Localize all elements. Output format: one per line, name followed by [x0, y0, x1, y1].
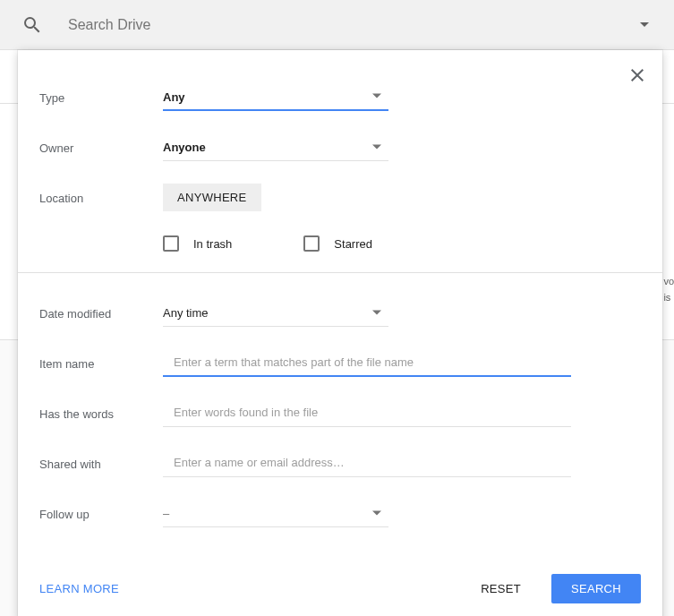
search-bar — [0, 0, 674, 50]
shared-with-label: Shared with — [39, 456, 163, 471]
type-select[interactable]: Any — [163, 83, 388, 111]
search-input[interactable] — [68, 17, 640, 33]
owner-value: Anyone — [163, 141, 206, 154]
in-trash-checkbox[interactable]: In trash — [163, 235, 232, 252]
starred-checkbox[interactable]: Starred — [303, 235, 372, 252]
follow-up-label: Follow up — [39, 506, 163, 521]
modal-footer: LEARN MORE RESET SEARCH — [18, 560, 662, 616]
follow-up-select[interactable]: – — [163, 500, 388, 527]
chevron-down-icon — [372, 310, 381, 314]
has-words-label: Has the words — [39, 406, 163, 421]
has-words-input[interactable] — [163, 404, 571, 421]
item-name-input[interactable] — [163, 354, 571, 371]
type-label: Type — [39, 90, 163, 105]
chevron-down-icon — [372, 510, 381, 515]
type-value: Any — [163, 90, 185, 104]
advanced-search-modal: Type Any Owner Anyone Location ANYWHERE — [18, 50, 662, 616]
checkbox-icon — [163, 235, 179, 252]
search-button[interactable]: SEARCH — [551, 574, 641, 603]
close-icon[interactable] — [627, 64, 648, 86]
divider — [18, 272, 662, 273]
starred-label: Starred — [334, 237, 372, 251]
owner-select[interactable]: Anyone — [163, 133, 388, 161]
owner-label: Owner — [39, 140, 163, 155]
reset-button[interactable]: RESET — [461, 574, 541, 603]
item-name-label: Item name — [39, 355, 163, 371]
location-chip[interactable]: ANYWHERE — [163, 184, 261, 211]
learn-more-link[interactable]: LEARN MORE — [39, 582, 119, 595]
follow-up-value: – — [163, 507, 169, 520]
shared-with-input[interactable] — [163, 454, 571, 471]
in-trash-label: In trash — [193, 237, 232, 251]
date-modified-select[interactable]: Any time — [163, 299, 388, 327]
date-modified-label: Date modified — [39, 305, 163, 321]
location-label: Location — [39, 190, 163, 205]
search-options-dropdown-icon[interactable] — [640, 22, 649, 27]
chevron-down-icon — [372, 94, 381, 98]
chevron-down-icon — [372, 144, 381, 149]
checkbox-icon — [303, 235, 320, 252]
search-icon — [21, 14, 43, 36]
date-modified-value: Any time — [163, 306, 209, 320]
